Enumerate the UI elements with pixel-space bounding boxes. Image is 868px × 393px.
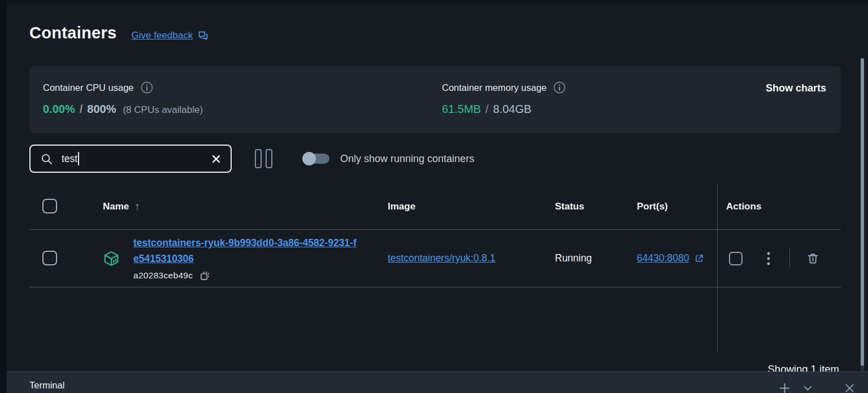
close-terminal-button[interactable] xyxy=(844,382,856,393)
search-icon xyxy=(40,152,53,165)
actions-divider xyxy=(789,248,790,269)
column-header-ports[interactable]: Port(s) xyxy=(637,201,717,212)
kebab-menu-icon xyxy=(767,251,770,266)
clear-search-button[interactable] xyxy=(212,146,220,172)
scrollbar[interactable] xyxy=(861,58,864,366)
port-link[interactable]: 64430:8080 xyxy=(637,252,689,264)
memory-used-value: 61.5MB xyxy=(442,103,481,116)
memory-separator: / xyxy=(485,103,489,116)
trash-icon xyxy=(806,252,819,265)
running-only-toggle[interactable] xyxy=(303,154,329,164)
cpu-used-value: 0.00% xyxy=(43,103,75,116)
column-header-status[interactable]: Status xyxy=(555,201,637,212)
toggle-knob xyxy=(302,152,316,165)
resource-usage-panel: Container CPU usage 0.00% / 800% (8 CPUs… xyxy=(29,66,841,133)
list-controls: test Only show running containers xyxy=(29,145,474,173)
memory-usage-block: Container memory usage 61.5MB / 8.04GB xyxy=(442,81,766,133)
cpu-separator: / xyxy=(80,103,83,116)
cpu-usage-label: Container CPU usage xyxy=(43,82,134,93)
memory-usage-value: 61.5MB / 8.04GB xyxy=(442,103,766,116)
give-feedback-link[interactable]: Give feedback xyxy=(131,30,209,42)
columns-icon xyxy=(255,149,262,168)
terminal-panel-bar[interactable]: Terminal xyxy=(7,372,868,393)
container-cube-icon xyxy=(103,250,120,267)
cpu-usage-block: Container CPU usage 0.00% / 800% (8 CPUs… xyxy=(43,81,442,133)
memory-total-value: 8.04GB xyxy=(493,103,532,116)
new-terminal-button[interactable] xyxy=(778,382,791,393)
search-input[interactable]: test xyxy=(29,145,232,173)
memory-usage-label: Container memory usage xyxy=(442,82,546,93)
row-checkbox[interactable] xyxy=(42,251,57,265)
text-caret xyxy=(78,152,79,165)
copy-id-button[interactable] xyxy=(199,270,210,281)
clear-icon xyxy=(212,155,220,163)
page-header: Containers Give feedback xyxy=(29,24,209,42)
memory-info-icon[interactable] xyxy=(553,81,566,94)
column-layout-button[interactable] xyxy=(255,149,272,168)
delete-container-button[interactable] xyxy=(806,252,819,265)
terminal-label: Terminal xyxy=(29,380,64,391)
cpu-total-value: 800% xyxy=(87,103,116,116)
external-link-icon[interactable] xyxy=(694,253,705,264)
scrollbar-track xyxy=(861,366,864,372)
column-header-image[interactable]: Image xyxy=(388,201,555,212)
plus-icon xyxy=(778,382,791,393)
collapse-terminal-button[interactable] xyxy=(801,382,814,393)
cpu-info-icon[interactable] xyxy=(141,81,153,94)
containers-page: Containers Give feedback Container CPU u… xyxy=(0,0,868,393)
container-id: a20283ceb49c xyxy=(133,270,193,281)
chevron-down-icon xyxy=(801,382,814,393)
sort-ascending-icon[interactable]: ↑ xyxy=(134,200,140,213)
column-header-actions: Actions xyxy=(717,201,841,212)
give-feedback-label: Give feedback xyxy=(131,30,193,41)
status-text: Running xyxy=(555,252,637,264)
column-divider xyxy=(717,184,718,351)
feedback-chat-icon xyxy=(197,30,209,42)
containers-table: Name ↑ Image Status Port(s) Actions xyxy=(29,184,841,287)
select-all-checkbox[interactable] xyxy=(42,199,57,213)
container-name-link[interactable]: testcontainers-ryuk-9b993dd0-3a86-4582-9… xyxy=(133,235,359,266)
column-header-name[interactable]: Name xyxy=(103,201,129,212)
page-title: Containers xyxy=(29,24,116,42)
close-icon xyxy=(844,382,856,393)
image-link[interactable]: testcontainers/ryuk:0.8.1 xyxy=(388,252,496,264)
show-charts-button[interactable]: Show charts xyxy=(766,82,826,94)
search-value-text: test xyxy=(62,153,77,165)
row-menu-button[interactable] xyxy=(767,251,770,266)
cpu-available-note: (8 CPUs available) xyxy=(123,104,203,116)
copy-icon xyxy=(199,270,210,281)
table-header-row: Name ↑ Image Status Port(s) Actions xyxy=(29,184,841,230)
window-left-edge xyxy=(0,0,7,393)
cpu-usage-value: 0.00% / 800% (8 CPUs available) xyxy=(43,103,442,116)
running-only-label: Only show running containers xyxy=(340,153,474,165)
table-row: testcontainers-ryuk-9b993dd0-3a86-4582-9… xyxy=(29,230,841,287)
window-top-edge xyxy=(0,0,868,5)
stop-container-button[interactable] xyxy=(729,252,743,265)
